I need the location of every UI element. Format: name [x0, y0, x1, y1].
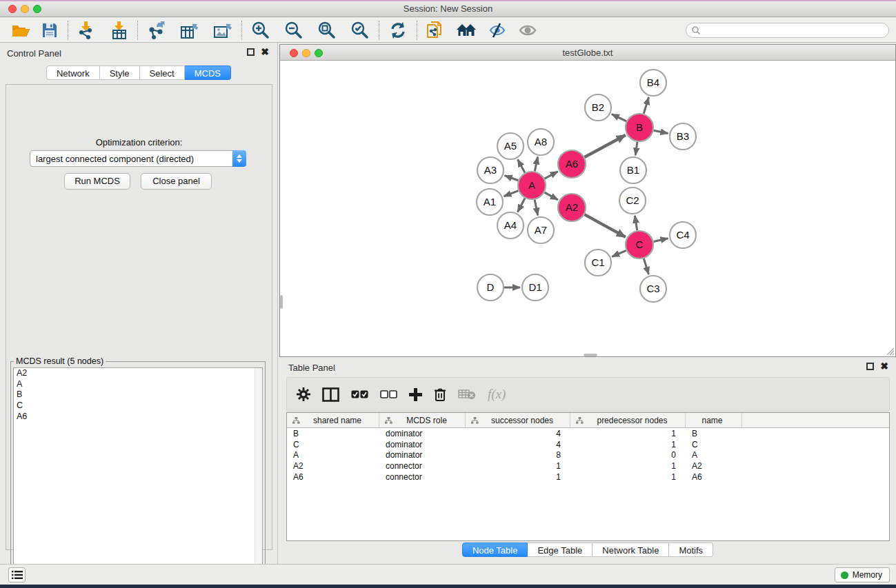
table-cell[interactable]: 4 — [466, 429, 570, 438]
table-row[interactable]: Adominator80A — [287, 449, 889, 460]
graph-edge-B-B3[interactable] — [654, 130, 668, 133]
canvas-horizontal-scrollbar[interactable] — [584, 354, 597, 356]
graph-edge-A-A2[interactable] — [544, 192, 557, 200]
graph-edge-A-A4[interactable] — [517, 199, 525, 212]
mcds-result-item[interactable]: C — [14, 401, 262, 412]
open-session-icon[interactable] — [10, 20, 32, 41]
save-session-icon[interactable] — [39, 20, 61, 41]
tab-network-table[interactable]: Network Table — [593, 543, 669, 557]
float-panel-icon[interactable] — [247, 48, 255, 56]
table-cell[interactable]: dominator — [379, 440, 466, 449]
graph-edge-A2-C[interactable] — [584, 214, 625, 237]
table-row[interactable]: Bdominator41B — [287, 428, 889, 439]
node-table[interactable]: shared nameMCDS rolesuccessor nodesprede… — [286, 412, 890, 541]
graph-edge-A6-B[interactable] — [584, 135, 625, 157]
add-column-icon[interactable] — [409, 388, 422, 401]
table-cell[interactable]: 8 — [466, 450, 570, 460]
export-table-icon[interactable] — [178, 20, 201, 41]
table-cell[interactable]: dominator — [379, 450, 466, 460]
delete-table-icon[interactable] — [458, 389, 476, 400]
float-table-panel-icon[interactable] — [866, 363, 874, 370]
network-canvas[interactable]: AA1A2A3A4A5A6A7A8BB1B2B3B4CC1C2C3C4DD1 — [280, 61, 895, 356]
table-row[interactable]: A6connector11A6 — [287, 472, 889, 483]
run-mcds-button[interactable]: Run MCDS — [64, 173, 130, 190]
table-cell[interactable]: C — [686, 440, 742, 449]
table-cell[interactable]: 1 — [570, 429, 686, 438]
table-cell[interactable]: C — [287, 440, 379, 449]
mcds-result-list[interactable]: A2ABCA6 — [13, 367, 263, 588]
zoom-in-icon[interactable] — [249, 20, 272, 41]
column-header-MCDS-role[interactable]: MCDS role — [379, 413, 466, 427]
table-cell[interactable]: B — [686, 429, 742, 438]
canvas-vertical-scrollbar[interactable] — [280, 295, 283, 309]
graph-edge-C-C2[interactable] — [635, 216, 637, 231]
show-view-icon[interactable] — [517, 20, 539, 41]
column-header-predecessor-nodes[interactable]: predecessor nodes — [570, 413, 686, 427]
tab-select[interactable]: Select — [140, 65, 185, 80]
column-header-name[interactable]: name — [686, 413, 742, 427]
delete-column-trash-icon[interactable] — [434, 387, 446, 402]
table-cell[interactable]: dominator — [379, 429, 466, 438]
task-history-button[interactable] — [8, 567, 26, 582]
import-table-icon[interactable] — [108, 20, 130, 41]
table-settings-gear-icon[interactable] — [297, 387, 310, 401]
graph-edge-A-A3[interactable] — [505, 176, 519, 181]
mcds-result-item[interactable]: A6 — [14, 412, 262, 423]
network-graph[interactable]: AA1A2A3A4A5A6A7A8BB1B2B3B4CC1C2C3C4DD1 — [280, 61, 895, 356]
graph-edge-A-A8[interactable] — [535, 157, 537, 172]
zoom-fit-icon[interactable] — [315, 20, 339, 41]
close-panel-button[interactable]: Close panel — [141, 173, 212, 190]
graph-edge-A-A1[interactable] — [504, 191, 518, 196]
import-network-icon[interactable] — [75, 20, 97, 41]
table-cell[interactable]: A2 — [287, 461, 379, 471]
select-all-icon[interactable] — [351, 390, 368, 399]
mcds-result-item[interactable]: B — [14, 389, 262, 401]
network-window-titlebar[interactable]: testGlobe.txt — [280, 45, 895, 61]
tab-mcds[interactable]: MCDS — [185, 65, 231, 80]
zoom-selected-icon[interactable] — [348, 20, 372, 41]
tab-node-table[interactable]: Node Table — [462, 543, 528, 557]
column-header-shared-name[interactable]: shared name — [287, 413, 379, 427]
tab-network[interactable]: Network — [46, 65, 100, 80]
graph-edge-C-C3[interactable] — [644, 258, 648, 274]
toolbar-search[interactable] — [686, 23, 889, 38]
table-cell[interactable]: B — [287, 429, 379, 438]
optimization-criterion-select[interactable]: largest connected component (directed) — [30, 150, 246, 167]
close-table-panel-icon[interactable]: ✖ — [880, 363, 888, 370]
toggle-panes-icon[interactable] — [322, 387, 339, 402]
table-cell[interactable]: 1 — [570, 440, 686, 449]
table-cell[interactable]: 4 — [466, 440, 570, 449]
refresh-icon[interactable] — [386, 20, 410, 41]
table-row[interactable]: A2connector11A2 — [287, 460, 889, 472]
table-cell[interactable]: connector — [379, 472, 466, 482]
table-cell[interactable]: 1 — [570, 461, 686, 471]
tab-style[interactable]: Style — [100, 65, 140, 80]
table-cell[interactable]: 0 — [570, 450, 686, 460]
result-scrollbar[interactable] — [255, 368, 262, 587]
tab-motifs[interactable]: Motifs — [669, 543, 713, 557]
zoom-out-icon[interactable] — [282, 20, 306, 41]
graph-edge-B-B1[interactable] — [635, 142, 637, 155]
graph-edge-A-A7[interactable] — [535, 200, 538, 216]
table-cell[interactable]: A — [686, 450, 742, 460]
table-cell[interactable]: A2 — [686, 461, 742, 471]
table-cell[interactable]: A6 — [686, 472, 742, 482]
graph-edge-C-C4[interactable] — [653, 239, 668, 242]
table-row[interactable]: Cdominator41C — [287, 439, 889, 450]
graph-edge-B-B2[interactable] — [612, 114, 626, 121]
mcds-result-item[interactable]: A — [14, 379, 262, 390]
table-cell[interactable]: 1 — [466, 472, 570, 482]
export-network-icon[interactable] — [145, 20, 168, 41]
graph-edge-A-A6[interactable] — [545, 172, 558, 179]
home-icon[interactable] — [455, 20, 478, 41]
mcds-result-item[interactable]: A2 — [14, 368, 262, 379]
graph-edge-B-B4[interactable] — [644, 97, 648, 114]
table-cell[interactable]: A — [287, 450, 379, 460]
table-cell[interactable]: connector — [379, 461, 466, 471]
search-input[interactable] — [701, 25, 888, 36]
memory-button[interactable]: Memory — [835, 567, 890, 582]
graph-edge-C-C1[interactable] — [612, 250, 626, 256]
table-cell[interactable]: 1 — [466, 461, 570, 471]
resize-grip-icon[interactable] — [885, 346, 895, 356]
tab-edge-table[interactable]: Edge Table — [528, 543, 593, 557]
